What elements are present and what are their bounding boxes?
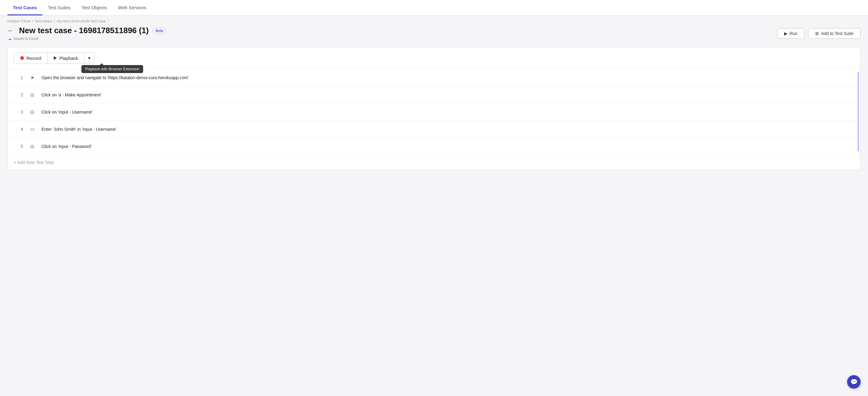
scrollbar[interactable] [858,72,859,151]
step-description: Open the browser and navigate to 'https:… [41,75,854,80]
playback-dropdown-button[interactable]: ▾ [85,52,95,64]
chevron-down-icon: ▾ [88,55,91,61]
run-icon: ▶ [784,31,787,36]
record-label: Record [26,56,41,61]
saved-label: Saved to Cloud [13,36,38,41]
breadcrumb: Katalon Cloud / test-cases / my new clou… [0,16,868,23]
add-to-suite-button[interactable]: ⊞ Add to Test Suite [808,28,861,39]
header-actions: ▶ Run ⊞ Add to Test Suite [777,28,861,39]
table-row: 5 ◎ Click on 'input - Password' [8,138,860,155]
tab-test-objects[interactable]: Test Objects [76,1,113,15]
click-icon: ◎ [28,143,36,149]
record-dot-icon [20,56,24,60]
step-number: 3 [14,109,23,114]
add-suite-label: Add to Test Suite [821,31,854,36]
title-row: ← New test case - 1698178511896 (1) Beta [7,26,166,35]
record-button[interactable]: Record [14,53,48,64]
main-content: Record Playback ▾ Playback with Browser … [0,41,868,177]
step-number: 2 [14,92,23,97]
tab-test-cases[interactable]: Test Cases [7,1,42,15]
step-description: Enter 'John Smith' in 'input - Username' [41,127,854,132]
page-title: New test case - 1698178511896 (1) [19,26,149,35]
top-nav: Test Cases Test Suites Test Objects Web … [0,0,868,16]
saved-status: ☁ Saved to Cloud [7,36,166,41]
toolbar: Record Playback ▾ Playback with Browser … [8,47,860,69]
table-row: 2 ◎ Click on 'a - Make Appointment' [8,86,860,103]
table-row: 4 ▭ Enter 'John Smith' in 'input - Usern… [8,121,860,138]
playback-label: Playback [59,56,78,61]
add-step-button[interactable]: + Add New Test Step [8,155,860,170]
playback-button[interactable]: Playback [48,53,85,64]
breadcrumb-cloud[interactable]: Katalon Cloud [7,19,30,23]
steps-list: 1 ➤ Open the browser and navigate to 'ht… [8,69,860,155]
click-icon: ◎ [28,109,36,115]
click-icon: ◎ [28,92,36,98]
playback-icon [54,56,57,60]
step-number: 1 [14,75,23,80]
navigate-icon: ➤ [28,75,36,80]
step-description: Click on 'input - Username' [41,109,854,114]
breadcrumb-sep1: / [32,19,33,23]
breadcrumb-sep3: / [108,19,109,23]
breadcrumb-sep2: / [54,19,55,23]
tab-web-services[interactable]: Web Services [113,1,152,15]
tab-test-suites[interactable]: Test Suites [42,1,76,15]
run-button[interactable]: ▶ Run [777,28,805,39]
breadcrumb-test-cases[interactable]: test-cases [35,19,52,23]
step-description: Click on 'a - Make Appointment' [41,92,854,97]
playback-tooltip: Playback with Browser Extension [82,65,143,73]
add-step-label: + Add New Test Step [14,160,54,165]
input-icon: ▭ [28,126,36,132]
test-case-card: Record Playback ▾ Playback with Browser … [7,47,861,170]
cloud-icon: ☁ [8,36,12,41]
step-number: 5 [14,144,23,149]
page-header: ← New test case - 1698178511896 (1) Beta… [0,23,868,41]
step-description: Click on 'input - Password' [41,144,854,149]
suite-icon: ⊞ [815,31,819,36]
table-row: 3 ◎ Click on 'input - Username' [8,103,860,121]
run-label: Run [790,31,798,36]
header-left: ← New test case - 1698178511896 (1) Beta… [7,26,166,41]
breadcrumb-test-name[interactable]: my new cloud studio test case [57,19,106,23]
back-button[interactable]: ← [7,27,16,34]
beta-badge: Beta [152,28,166,34]
step-number: 4 [14,127,23,132]
